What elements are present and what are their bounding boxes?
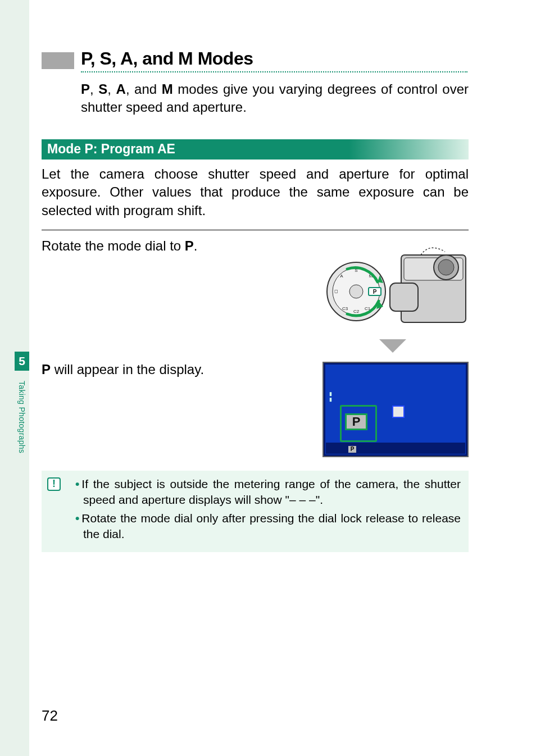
- lcd-focus-square: [392, 406, 405, 418]
- lcd-p-badge: P: [345, 413, 367, 430]
- camera-dial-svg: S M A 🎥 ◻ C3 C2 C1 P: [317, 238, 469, 334]
- lcd-display-illustration: ▮▮ P P: [322, 362, 469, 457]
- lcd-p-small: P: [348, 446, 356, 453]
- intro-sep3: , and: [126, 81, 162, 97]
- chapter-label: Taking Photographs: [15, 377, 29, 512]
- step2-post: will appear in the display.: [51, 362, 204, 377]
- mode-p-title-bar: Mode P: Program AE: [42, 139, 469, 160]
- svg-point-7: [349, 285, 363, 298]
- caution-note-box: ! •If the subject is outside the meterin…: [42, 471, 469, 552]
- svg-point-3: [438, 259, 454, 275]
- divider: [42, 230, 469, 230]
- step-1-text: Rotate the mode dial to P.: [42, 238, 309, 254]
- svg-text:◻: ◻: [334, 289, 338, 294]
- arrow-down-icon: [379, 339, 406, 353]
- caution-list: •If the subject is outside the metering …: [75, 476, 461, 542]
- mode-s-letter: S: [98, 81, 107, 97]
- lcd-left-ticks: ▮▮: [329, 391, 331, 402]
- page-title: P, S, A, and M Modes: [81, 48, 253, 69]
- svg-text:C3: C3: [342, 306, 348, 311]
- bullet-icon: •: [75, 477, 79, 490]
- svg-text:A: A: [340, 274, 343, 279]
- step1-bold: P: [185, 238, 194, 253]
- intro-sep1: ,: [90, 81, 98, 97]
- step-2-text: P will appear in the display.: [42, 362, 315, 377]
- step-1: Rotate the mode dial to P. S M A 🎥 ◻ C3: [42, 238, 469, 353]
- caution-item-text: Rotate the mode dial only after pressing…: [81, 512, 461, 540]
- step1-pre: Rotate the mode dial to: [42, 238, 185, 253]
- caution-icon: !: [47, 477, 61, 491]
- page-number: 72: [42, 707, 58, 725]
- chapter-number-tab: 5: [15, 352, 29, 371]
- bullet-icon: •: [75, 512, 79, 525]
- page-content: P, S, A, and M Modes P, S, A, and M mode…: [42, 48, 469, 552]
- heading-accent-block: [42, 52, 74, 69]
- svg-text:P: P: [373, 289, 377, 295]
- lcd-bottom-strip: [326, 443, 465, 454]
- heading-row: P, S, A, and M Modes: [42, 48, 469, 69]
- step2-bold: P: [42, 362, 51, 377]
- mode-p-letter: P: [81, 81, 90, 97]
- intro-sep2: ,: [107, 81, 116, 97]
- step-2: P will appear in the display. ▮▮ P P: [42, 362, 469, 457]
- caution-item-text: If the subject is outside the metering r…: [81, 477, 461, 506]
- svg-text:C2: C2: [353, 309, 360, 314]
- svg-rect-4: [390, 283, 418, 311]
- mode-m-letter: M: [162, 81, 173, 97]
- step1-post: .: [194, 238, 198, 253]
- caution-item: •If the subject is outside the metering …: [75, 476, 461, 508]
- caution-item: •Rotate the mode dial only after pressin…: [75, 511, 461, 543]
- heading-underline: [81, 71, 467, 72]
- mode-a-letter: A: [116, 81, 126, 97]
- intro-paragraph: P, S, A, and M modes give you varying de…: [81, 80, 469, 117]
- camera-illustration: S M A 🎥 ◻ C3 C2 C1 P: [317, 238, 469, 353]
- mode-p-body: Let the camera choose shutter speed and …: [42, 165, 469, 220]
